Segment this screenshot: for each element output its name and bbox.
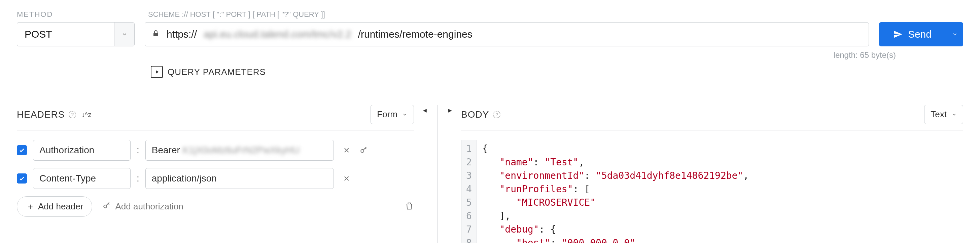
code-line: ], <box>482 209 749 223</box>
trash-icon[interactable] <box>404 201 414 212</box>
plus-icon: ＋ <box>26 200 35 212</box>
help-icon[interactable]: ? <box>493 111 500 118</box>
code-line: "environmentId": "5da03d41dyhf8e14862192… <box>482 169 749 183</box>
method-select[interactable]: POST <box>17 22 135 46</box>
headers-mode-value: Form <box>377 109 398 120</box>
header-enable-checkbox[interactable] <box>17 145 27 155</box>
body-mode-value: Text <box>931 109 947 120</box>
method-caret[interactable] <box>114 22 134 46</box>
sort-icon[interactable]: ↓ᴬz <box>81 110 91 118</box>
method-value: POST <box>17 22 114 46</box>
collapse-left-icon[interactable]: ◀ <box>423 107 427 113</box>
add-authorization-button[interactable]: Add authorization <box>102 201 183 212</box>
colon: : <box>137 173 139 184</box>
send-caret[interactable] <box>946 22 963 46</box>
code-line: { <box>482 142 749 156</box>
svg-point-2 <box>104 205 107 208</box>
body-mode-select[interactable]: Text <box>924 105 963 124</box>
collapse-right-icon[interactable]: ▶ <box>448 107 452 113</box>
url-path: /runtimes/remote-engines <box>358 28 473 40</box>
line-gutter: 12345678 <box>461 140 477 243</box>
send-button[interactable]: Send <box>879 22 946 46</box>
send-label: Send <box>908 28 932 40</box>
headers-title: HEADERS <box>17 109 65 120</box>
header-row: Authorization : Bearer K1jX0oMz6uFrN2PwX… <box>17 140 414 161</box>
length-info: length: 65 byte(s) <box>17 46 963 60</box>
header-value-input[interactable]: application/json <box>145 168 334 189</box>
code-line: "debug": { <box>482 223 749 236</box>
lock-icon <box>152 28 160 40</box>
query-params-label: QUERY PARAMETERS <box>168 67 266 77</box>
code-line: "host": "000.000.0.0" <box>482 236 749 243</box>
body-title: BODY <box>461 109 489 120</box>
help-icon[interactable]: ? <box>68 111 76 118</box>
code-line: "runProfiles": [ <box>482 183 749 196</box>
colon: : <box>137 145 139 156</box>
code-line: "MICROSERVICE" <box>482 196 749 209</box>
panel-divider[interactable]: ◀ ▶ <box>424 105 451 243</box>
url-scheme: https:// <box>167 28 197 40</box>
add-header-label: Add header <box>38 201 83 212</box>
query-params-toggle[interactable] <box>151 66 163 78</box>
svg-point-1 <box>361 149 364 152</box>
code-content[interactable]: { "name": "Test", "environmentId": "5da0… <box>477 140 754 243</box>
svg-rect-0 <box>153 33 158 36</box>
header-key-input[interactable]: Content-Type <box>33 168 130 189</box>
key-icon[interactable] <box>360 145 368 155</box>
add-auth-label: Add authorization <box>115 201 183 212</box>
body-editor[interactable]: 12345678 { "name": "Test", "environmentI… <box>461 140 963 243</box>
headers-mode-select[interactable]: Form <box>371 105 414 124</box>
url-hint-label: SCHEME :// HOST [ ":" PORT ] [ PATH [ "?… <box>148 10 325 19</box>
url-input[interactable]: https:// api.eu.cloud.talend.com/tmc/v2.… <box>145 22 869 46</box>
add-header-button[interactable]: ＋ Add header <box>17 196 92 217</box>
key-icon <box>102 201 111 212</box>
close-icon[interactable]: × <box>340 173 353 184</box>
close-icon[interactable]: × <box>340 145 353 156</box>
header-row: Content-Type : application/json × <box>17 168 414 189</box>
header-value-input[interactable]: Bearer K1jX0oMz6uFrN2PwXkyHU <box>145 140 334 161</box>
method-label: METHOD <box>17 10 148 19</box>
header-enable-checkbox[interactable] <box>17 174 27 183</box>
code-line: "name": "Test", <box>482 156 749 169</box>
url-host-blurred: api.eu.cloud.talend.com/tmc/v2.2 <box>204 28 352 40</box>
header-key-input[interactable]: Authorization <box>33 140 130 161</box>
